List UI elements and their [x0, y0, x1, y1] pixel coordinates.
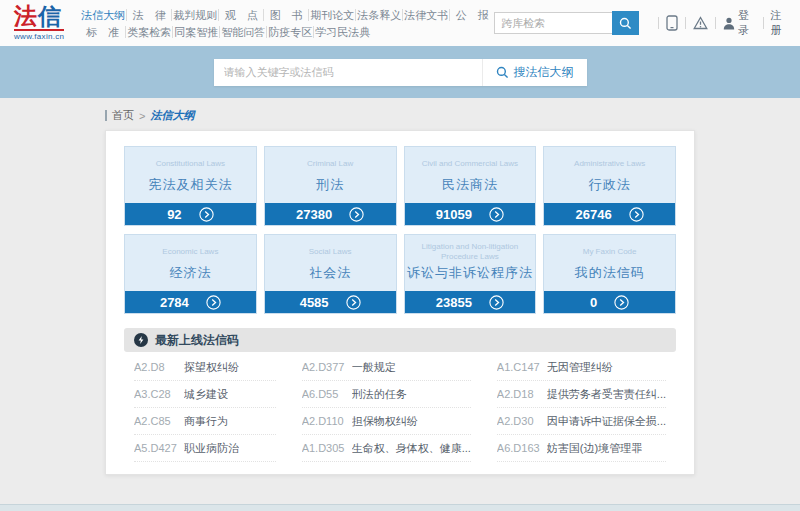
nav-similar-case-search[interactable]: 类案检索: [125, 26, 172, 38]
breadcrumb: 首页 > 法信大纲: [105, 108, 800, 123]
category-count-bar[interactable]: 91059: [405, 203, 536, 225]
nav-epidemic-zone[interactable]: 防疫专区: [266, 26, 313, 38]
arrow-circle-icon: [349, 207, 364, 222]
category-count: 23855: [436, 295, 472, 310]
faxin-code-item[interactable]: A2.D110担保物权纠纷: [302, 408, 471, 435]
category-card-grid: Constitutional Laws 宪法及相关法 92 Criminal L…: [124, 146, 676, 314]
faxin-code-item[interactable]: A2.C85商事行为: [134, 408, 276, 435]
category-en-label: Criminal Law: [303, 153, 357, 174]
nav-judgment-rules[interactable]: 裁判规则: [171, 9, 218, 21]
cross-db-search-button[interactable]: [612, 11, 639, 35]
nav-article-interpretations[interactable]: 法条释义: [355, 9, 402, 21]
category-card-administrative[interactable]: Administrative Laws 行政法 26746: [543, 146, 676, 226]
outline-search-button[interactable]: 搜法信大纲: [482, 59, 587, 86]
register-link[interactable]: 注册: [771, 8, 790, 38]
category-card-constitutional[interactable]: Constitutional Laws 宪法及相关法 92: [124, 146, 257, 226]
category-card-procedure[interactable]: Litigation and Non-litigation Procedure …: [404, 234, 537, 314]
nav-smart-qa[interactable]: 智能问答: [219, 26, 266, 38]
category-zh-label: 我的法信码: [575, 264, 645, 282]
nav-legal-documents[interactable]: 法律文书: [402, 9, 449, 21]
nav-faxin-outline[interactable]: 法信大纲: [80, 9, 126, 21]
category-count-bar[interactable]: 4585: [265, 291, 396, 313]
category-card-my-faxin-code[interactable]: My Faxin Code 我的法信码 0: [543, 234, 676, 314]
nav-law[interactable]: 法 律: [126, 9, 171, 21]
item-title: 妨害国(边)境管理罪: [547, 441, 642, 456]
user-icon: [723, 17, 735, 30]
arrow-circle-icon: [614, 295, 629, 310]
category-en-label: My Faxin Code: [579, 241, 641, 262]
category-en-label: Constitutional Laws: [152, 153, 229, 174]
category-en-label: Economic Laws: [158, 241, 222, 262]
faxin-code-item[interactable]: A6.D55刑法的任务: [302, 381, 471, 408]
site-logo[interactable]: 法信 www.faxin.cn: [14, 5, 64, 41]
divider: [685, 17, 686, 29]
category-zh-label: 诉讼与非诉讼程序法: [407, 264, 533, 282]
faxin-code-item[interactable]: A2.D30因申请诉中证据保全损...: [497, 408, 666, 435]
arrow-circle-icon: [199, 207, 214, 222]
nav-standards[interactable]: 标 准: [80, 26, 125, 38]
login-label: 登录: [738, 8, 756, 38]
search-icon: [496, 66, 509, 79]
outline-search-input[interactable]: [214, 59, 482, 86]
top-header: 法信 www.faxin.cn 法信大纲 法 律 裁判规则 观 点 图 书 期刊…: [0, 0, 800, 46]
nav-civil-code-study[interactable]: 学习民法典: [313, 26, 371, 38]
nav-journal-articles[interactable]: 期刊论文: [308, 9, 355, 21]
category-en-label: Social Laws: [305, 241, 356, 262]
item-code: A6.D55: [302, 388, 346, 400]
faxin-code-item[interactable]: A2.D8探望权纠纷: [134, 354, 276, 381]
category-count: 27380: [296, 207, 332, 222]
item-title: 提供劳务者受害责任纠...: [547, 387, 666, 402]
warning-icon[interactable]: [693, 16, 708, 30]
breadcrumb-home[interactable]: 首页: [112, 108, 134, 123]
item-code: A2.D8: [134, 361, 178, 373]
latest-code-list: A2.D8探望权纠纷 A3.C28城乡建设 A2.C85商事行为 A5.D427…: [134, 354, 666, 462]
nav-row-2: 标 准 类案检索 同案智推 智能问答 防疫专区 学习民法典: [80, 26, 494, 38]
nav-row-1: 法信大纲 法 律 裁判规则 观 点 图 书 期刊论文 法条释义 法律文书 公 报: [80, 9, 494, 21]
header-utilities: 登录 注册: [651, 8, 790, 38]
latest-section-header: 最新上线法信码: [124, 328, 676, 352]
latest-column-1: A2.D8探望权纠纷 A3.C28城乡建设 A2.C85商事行为 A5.D427…: [134, 354, 276, 462]
faxin-code-item[interactable]: A2.D18提供劳务者受害责任纠...: [497, 381, 666, 408]
item-title: 职业病防治: [184, 441, 239, 456]
category-count-bar[interactable]: 27380: [265, 203, 396, 225]
item-code: A1.C147: [497, 361, 541, 373]
cross-db-search-input[interactable]: [494, 12, 612, 34]
nav-viewpoints[interactable]: 观 点: [218, 9, 263, 21]
category-count-bar[interactable]: 23855: [405, 291, 536, 313]
category-count-bar[interactable]: 26746: [544, 203, 675, 225]
cross-db-search: [494, 11, 639, 35]
category-count-bar[interactable]: 0: [544, 291, 675, 313]
breadcrumb-marker: [105, 110, 107, 121]
category-zh-label: 民法商法: [442, 176, 498, 194]
faxin-code-item[interactable]: A1.C147无因管理纠纷: [497, 354, 666, 381]
category-zh-label: 宪法及相关法: [148, 176, 232, 194]
item-title: 一般规定: [352, 360, 396, 375]
divider: [658, 17, 659, 29]
faxin-code-item[interactable]: A2.D377一般规定: [302, 354, 471, 381]
item-code: A2.C85: [134, 415, 178, 427]
nav-same-case-recommend[interactable]: 同案智推: [172, 26, 219, 38]
mobile-app-icon[interactable]: [666, 15, 678, 31]
category-count-bar[interactable]: 2784: [125, 291, 256, 313]
category-card-social[interactable]: Social Laws 社会法 4585: [264, 234, 397, 314]
outline-search-button-label: 搜法信大纲: [514, 64, 574, 81]
arrow-circle-icon: [489, 295, 504, 310]
item-title: 城乡建设: [184, 387, 228, 402]
item-code: A2.D377: [302, 361, 346, 373]
nav-books[interactable]: 图 书: [263, 9, 308, 21]
category-count: 26746: [576, 207, 612, 222]
faxin-code-item[interactable]: A1.D305生命权、身体权、健康...: [302, 435, 471, 462]
category-card-economic[interactable]: Economic Laws 经济法 2784: [124, 234, 257, 314]
category-zh-label: 刑法: [316, 176, 344, 194]
breadcrumb-current: 法信大纲: [150, 108, 194, 123]
login-link[interactable]: 登录: [723, 8, 756, 38]
content-panel: Constitutional Laws 宪法及相关法 92 Criminal L…: [105, 130, 695, 475]
category-count-bar[interactable]: 92: [125, 203, 256, 225]
faxin-code-item[interactable]: A3.C28城乡建设: [134, 381, 276, 408]
category-zh-label: 经济法: [169, 264, 211, 282]
faxin-code-item[interactable]: A5.D427职业病防治: [134, 435, 276, 462]
faxin-code-item[interactable]: A6.D163妨害国(边)境管理罪: [497, 435, 666, 462]
category-card-criminal[interactable]: Criminal Law 刑法 27380: [264, 146, 397, 226]
category-card-civil-commercial[interactable]: Civil and Commercial Laws 民法商法 91059: [404, 146, 537, 226]
nav-gazette[interactable]: 公 报: [449, 9, 494, 21]
